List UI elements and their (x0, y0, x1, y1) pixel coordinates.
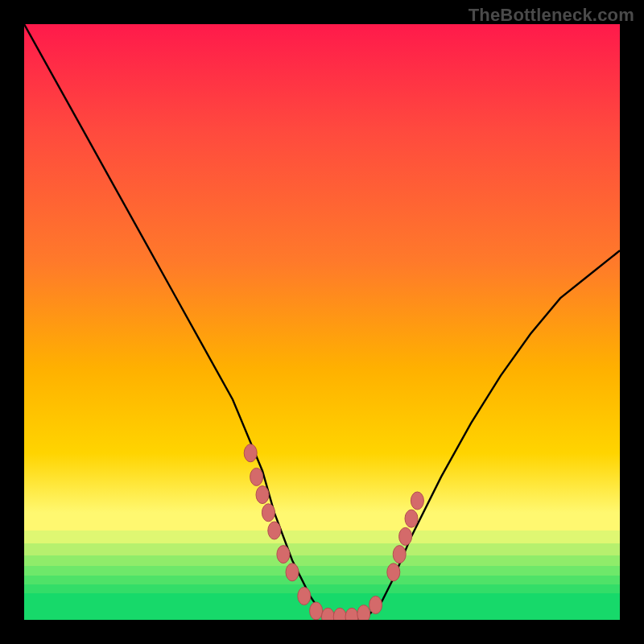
curve-marker (369, 597, 382, 614)
bottleneck-curve (24, 24, 620, 620)
curve-marker (244, 444, 257, 462)
curve-marker (411, 492, 423, 510)
curve-marker (268, 522, 281, 539)
curve-marker (286, 564, 299, 581)
curve-marker (321, 608, 334, 620)
curve-marker (399, 527, 412, 545)
curve-marker (333, 608, 346, 620)
curve-marker (262, 504, 275, 522)
chart-frame: TheBottleneck.com (0, 0, 644, 644)
curve-marker (298, 587, 311, 605)
curve-marker (393, 546, 406, 564)
watermark-text: TheBottleneck.com (469, 5, 634, 26)
curve-markers (244, 444, 423, 620)
curve-marker (256, 486, 269, 504)
curve-marker (357, 605, 370, 620)
curve-marker (250, 468, 263, 485)
curve-marker (387, 564, 400, 581)
plot-area (24, 24, 620, 620)
curve-marker (345, 608, 358, 620)
curve-marker (310, 602, 323, 620)
curve-marker (277, 546, 290, 564)
curve-path (24, 24, 620, 620)
curve-marker (405, 510, 418, 527)
